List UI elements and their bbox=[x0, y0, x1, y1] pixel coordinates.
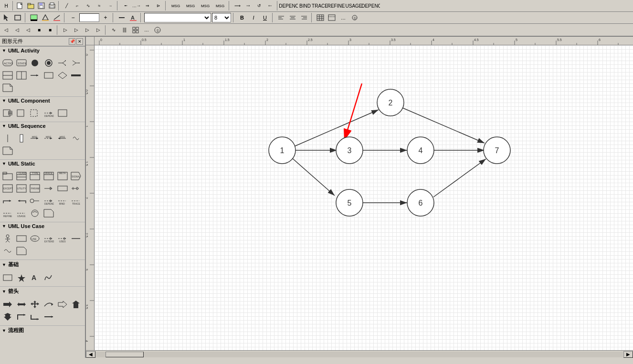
align-btn-7[interactable]: ▷ bbox=[71, 25, 82, 35]
swimlane-v-item[interactable] bbox=[16, 70, 27, 81]
line-color-btn[interactable] bbox=[52, 13, 62, 22]
section-uml-component[interactable]: ▼ UML Component bbox=[0, 96, 85, 104]
static-sig-item[interactable] bbox=[29, 195, 41, 207]
comp2[interactable] bbox=[16, 107, 27, 119]
line-tool-17[interactable]: ⤎ bbox=[265, 1, 275, 10]
align-btn-14[interactable]: ① bbox=[152, 25, 163, 35]
cornerleft-item[interactable] bbox=[16, 195, 27, 207]
static-note-item[interactable] bbox=[43, 208, 54, 219]
generalize-item[interactable] bbox=[43, 183, 54, 194]
align-btn-1[interactable]: ◁ bbox=[1, 25, 11, 35]
state-icon-item[interactable]: STATE bbox=[16, 57, 27, 69]
table-btn[interactable] bbox=[315, 13, 326, 22]
actor-item[interactable] bbox=[2, 233, 13, 244]
align-btn-3[interactable]: ◁ bbox=[23, 25, 33, 35]
align-btn-4[interactable]: ■ bbox=[34, 25, 44, 35]
dep-btn[interactable]: DEPENC bbox=[280, 1, 297, 10]
arrow-corner2-item[interactable] bbox=[29, 311, 41, 322]
signal-item[interactable]: SIGNAL bbox=[70, 170, 82, 182]
line-tool-10[interactable]: MSG bbox=[169, 1, 183, 10]
package-item[interactable] bbox=[2, 170, 13, 182]
align-btn-5[interactable]: ■ bbox=[45, 25, 55, 35]
line-tool-6[interactable]: ╾ bbox=[120, 1, 131, 10]
arrow-corner-item[interactable] bbox=[16, 311, 27, 322]
section-arrows[interactable]: ▼ 箭头 bbox=[0, 286, 85, 296]
cornerright-item[interactable] bbox=[2, 195, 13, 207]
align-right-btn[interactable] bbox=[299, 13, 309, 22]
refine-item[interactable]: REFINE bbox=[2, 208, 13, 219]
color-btn[interactable] bbox=[29, 13, 39, 22]
usage-item[interactable]: USAGE bbox=[16, 208, 27, 219]
zoom-in[interactable]: + bbox=[100, 13, 111, 22]
param-item[interactable]: PARAM bbox=[29, 183, 41, 194]
bold-btn[interactable]: B bbox=[237, 13, 247, 22]
align-btn-11[interactable]: ||| bbox=[119, 25, 130, 35]
comp1[interactable] bbox=[2, 107, 13, 119]
seq-note-item[interactable] bbox=[2, 145, 13, 156]
misc-btn[interactable]: … bbox=[338, 13, 348, 22]
basic-rect-item[interactable] bbox=[2, 272, 13, 283]
fill-btn[interactable] bbox=[40, 13, 51, 22]
tool-btn-open[interactable] bbox=[26, 1, 36, 10]
circle-btn[interactable]: ① bbox=[349, 13, 360, 22]
seq-loop-item[interactable] bbox=[70, 133, 82, 144]
uc-note-item[interactable] bbox=[16, 245, 27, 257]
fork-icon-item[interactable] bbox=[57, 57, 68, 69]
section-uml-sequence[interactable]: ▼ UML Sequence bbox=[0, 122, 85, 130]
extends-item[interactable]: EXTEND bbox=[43, 233, 54, 244]
uses-item[interactable]: USES bbox=[57, 233, 68, 244]
scroll-thumb-h[interactable] bbox=[106, 352, 144, 357]
line-tool-9[interactable]: ⊳ bbox=[153, 1, 164, 10]
diamond-item[interactable] bbox=[57, 70, 68, 81]
section-basics[interactable]: ▼ 基础 bbox=[0, 260, 85, 269]
type-item[interactable]: TYPE bbox=[29, 170, 41, 182]
align-btn-8[interactable]: ▷ bbox=[82, 25, 93, 35]
align-left-btn[interactable] bbox=[276, 13, 286, 22]
star-item[interactable] bbox=[16, 272, 27, 283]
depend-item[interactable]: DEPEND bbox=[43, 107, 54, 119]
sync-item[interactable] bbox=[70, 70, 82, 81]
line-tool-5[interactable]: → bbox=[105, 1, 116, 10]
line-tool-16[interactable]: ↺ bbox=[254, 1, 264, 10]
arrow-right-item[interactable] bbox=[2, 299, 13, 310]
refine-btn[interactable]: REFINE bbox=[327, 1, 345, 10]
line-item[interactable] bbox=[70, 233, 82, 244]
scroll-left-btn[interactable]: ◀ bbox=[86, 351, 95, 358]
bind-item[interactable]: BIND bbox=[57, 195, 68, 207]
tool-btn-save[interactable] bbox=[36, 1, 47, 10]
depenc2-btn[interactable]: DEPENC bbox=[363, 1, 380, 10]
scroll-right-btn[interactable]: ▶ bbox=[623, 351, 633, 358]
line-tool-2[interactable]: ⌐ bbox=[72, 1, 83, 10]
line-tool-11[interactable]: MSG bbox=[183, 1, 198, 10]
zoom-input[interactable]: 192% bbox=[79, 13, 99, 22]
depend-s-item[interactable]: DEPEND bbox=[43, 195, 54, 207]
class-item[interactable]: CLASS bbox=[16, 170, 27, 182]
shape-tool[interactable] bbox=[12, 13, 23, 22]
trace-item[interactable]: TRACE bbox=[70, 195, 82, 207]
align-btn-9[interactable]: ▷ bbox=[93, 25, 104, 35]
section-uml-usecase[interactable]: ▼ UML Use Case bbox=[0, 222, 85, 230]
msg1-item[interactable]: MSG bbox=[29, 133, 41, 144]
arrow-wide-item[interactable] bbox=[57, 299, 68, 310]
arrow-leftright-item[interactable] bbox=[16, 299, 27, 310]
arrow-up-item[interactable] bbox=[70, 299, 82, 310]
trace-btn[interactable]: TRACE bbox=[313, 1, 327, 10]
line-tool-13[interactable]: MSG bbox=[213, 1, 227, 10]
section-uml-activity[interactable]: ▼ UML Activity bbox=[0, 46, 85, 54]
table2-btn[interactable] bbox=[327, 13, 337, 22]
line-tool-8[interactable]: ⇒ bbox=[142, 1, 153, 10]
start-icon-item[interactable] bbox=[29, 57, 41, 69]
tool-btn-1[interactable]: H bbox=[1, 1, 11, 10]
arrow-4way-item[interactable] bbox=[29, 299, 41, 310]
static-sync-item[interactable] bbox=[29, 208, 41, 219]
usage-btn[interactable]: USAGE bbox=[345, 1, 362, 10]
font-color-btn[interactable]: A bbox=[128, 13, 138, 22]
comp3[interactable] bbox=[29, 107, 41, 119]
swimlane-h-item[interactable] bbox=[2, 70, 13, 81]
join-icon-item[interactable] bbox=[70, 57, 82, 69]
font-size-select[interactable]: 8 bbox=[212, 13, 231, 22]
align-btn-10[interactable]: ∿ bbox=[108, 25, 119, 35]
italic-btn[interactable]: I bbox=[248, 13, 259, 22]
rectangle-item[interactable] bbox=[43, 70, 54, 81]
line-tool-3[interactable]: ∿ bbox=[83, 1, 94, 10]
